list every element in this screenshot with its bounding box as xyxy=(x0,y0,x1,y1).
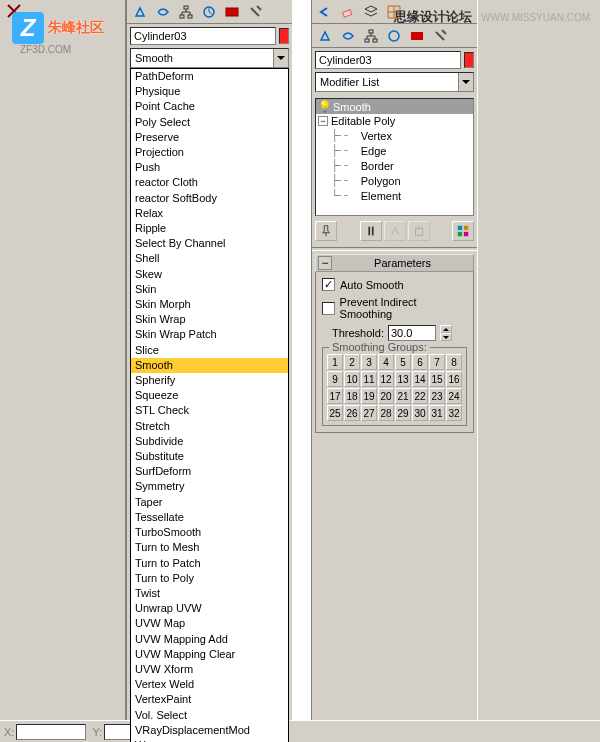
object-name-input-right[interactable] xyxy=(315,51,461,69)
modifier-option[interactable]: Skin xyxy=(131,282,288,297)
dropdown-arrow-icon[interactable] xyxy=(458,73,473,91)
modifier-option[interactable]: SurfDeform xyxy=(131,464,288,479)
modifier-option[interactable]: TurboSmooth xyxy=(131,525,288,540)
auto-smooth-checkbox[interactable]: ✓ xyxy=(322,278,335,291)
hierarchy-tab-icon[interactable] xyxy=(360,26,382,46)
create-tab-icon[interactable] xyxy=(314,26,336,46)
smoothing-group-button[interactable]: 18 xyxy=(344,388,360,404)
motion-tab-icon[interactable] xyxy=(198,2,220,22)
smoothing-group-button[interactable]: 23 xyxy=(429,388,445,404)
modifier-option[interactable]: Turn to Poly xyxy=(131,571,288,586)
modifier-option[interactable]: Skin Wrap Patch xyxy=(131,327,288,342)
smoothing-group-button[interactable]: 32 xyxy=(446,405,462,421)
modifier-option[interactable]: Wave xyxy=(131,738,288,742)
configure-sets-button[interactable] xyxy=(452,221,474,241)
modifier-option[interactable]: Skin Wrap xyxy=(131,312,288,327)
smoothing-group-button[interactable]: 27 xyxy=(361,405,377,421)
smoothing-group-button[interactable]: 10 xyxy=(344,371,360,387)
modifier-list-dropdown-right[interactable]: Modifier List xyxy=(315,72,474,92)
modifier-dropdown-list[interactable]: PathDeformPhysiquePoint CachePoly Select… xyxy=(130,68,289,742)
smoothing-group-button[interactable]: 19 xyxy=(361,388,377,404)
eraser-icon[interactable] xyxy=(337,2,359,22)
bulb-icon[interactable]: 💡 xyxy=(318,100,330,113)
modifier-option[interactable]: PathDeform xyxy=(131,69,288,84)
smoothing-group-button[interactable]: 20 xyxy=(378,388,394,404)
smoothing-group-button[interactable]: 11 xyxy=(361,371,377,387)
threshold-spin-down[interactable] xyxy=(440,333,452,341)
modifier-option[interactable]: Push xyxy=(131,160,288,175)
threshold-spin-up[interactable] xyxy=(440,325,452,333)
stack-item-smooth[interactable]: 💡 Smooth xyxy=(316,99,473,114)
modifier-option[interactable]: Skin Morph xyxy=(131,297,288,312)
modify-tab-icon[interactable] xyxy=(337,26,359,46)
smoothing-group-button[interactable]: 21 xyxy=(395,388,411,404)
smoothing-group-button[interactable]: 6 xyxy=(412,354,428,370)
modifier-option[interactable]: Poly Select xyxy=(131,115,288,130)
modifier-option[interactable]: Tessellate xyxy=(131,510,288,525)
stack-subobject[interactable]: ├╴╴ Vertex xyxy=(316,128,473,143)
smoothing-group-button[interactable]: 8 xyxy=(446,354,462,370)
modifier-option[interactable]: Unwrap UVW xyxy=(131,601,288,616)
smoothing-group-button[interactable]: 24 xyxy=(446,388,462,404)
modifier-option[interactable]: UVW Mapping Add xyxy=(131,632,288,647)
modifier-option[interactable]: Physique xyxy=(131,84,288,99)
threshold-input[interactable] xyxy=(388,325,436,341)
modifier-option[interactable]: reactor SoftBody xyxy=(131,191,288,206)
modifier-option[interactable]: Relax xyxy=(131,206,288,221)
smoothing-group-button[interactable]: 22 xyxy=(412,388,428,404)
smoothing-group-button[interactable]: 4 xyxy=(378,354,394,370)
smoothing-group-button[interactable]: 16 xyxy=(446,371,462,387)
modifier-option[interactable]: Preserve xyxy=(131,130,288,145)
motion-tab-icon[interactable] xyxy=(383,26,405,46)
modifier-list-dropdown-left[interactable]: Smooth PathDeformPhysiquePoint CachePoly… xyxy=(130,48,289,68)
stack-subobject[interactable]: ├╴╴ Edge xyxy=(316,143,473,158)
modifier-option[interactable]: VertexPaint xyxy=(131,692,288,707)
pin-stack-button[interactable] xyxy=(315,221,337,241)
create-tab-icon[interactable] xyxy=(129,2,151,22)
modifier-option[interactable]: UVW Mapping Clear xyxy=(131,647,288,662)
stack-subobject[interactable]: ├╴╴ Polygon xyxy=(316,173,473,188)
show-end-result-button[interactable] xyxy=(360,221,382,241)
smoothing-group-button[interactable]: 9 xyxy=(327,371,343,387)
smoothing-group-button[interactable]: 13 xyxy=(395,371,411,387)
modifier-option[interactable]: Point Cache xyxy=(131,99,288,114)
hierarchy-tab-icon[interactable] xyxy=(175,2,197,22)
coord-x-input[interactable] xyxy=(16,724,86,740)
display-tab-icon[interactable] xyxy=(406,26,428,46)
make-unique-button[interactable] xyxy=(384,221,406,241)
smoothing-group-button[interactable]: 7 xyxy=(429,354,445,370)
modifier-option[interactable]: UVW Xform xyxy=(131,662,288,677)
utilities-tab-icon[interactable] xyxy=(244,2,266,22)
collapse-icon[interactable]: − xyxy=(318,116,328,126)
undo-icon[interactable] xyxy=(314,2,336,22)
modifier-option[interactable]: Vol. Select xyxy=(131,708,288,723)
object-name-input-left[interactable] xyxy=(130,27,276,45)
modifier-option[interactable]: Taper xyxy=(131,495,288,510)
object-color-swatch-left[interactable] xyxy=(279,28,289,44)
smoothing-group-button[interactable]: 14 xyxy=(412,371,428,387)
smoothing-group-button[interactable]: 2 xyxy=(344,354,360,370)
modifier-option[interactable]: Slice xyxy=(131,343,288,358)
modifier-option[interactable]: Spherify xyxy=(131,373,288,388)
rollout-minus-icon[interactable]: − xyxy=(318,256,332,270)
remove-modifier-button[interactable] xyxy=(408,221,430,241)
modify-tab-icon[interactable] xyxy=(152,2,174,22)
stack-subobject[interactable]: ├╴╴ Border xyxy=(316,158,473,173)
layers-icon[interactable] xyxy=(360,2,382,22)
stack-subobject[interactable]: └╴╴ Element xyxy=(316,188,473,203)
smoothing-group-button[interactable]: 31 xyxy=(429,405,445,421)
modifier-option[interactable]: Stretch xyxy=(131,419,288,434)
modifier-option[interactable]: Symmetry xyxy=(131,479,288,494)
modifier-option[interactable]: Select By Channel xyxy=(131,236,288,251)
modifier-option[interactable]: VRayDisplacementMod xyxy=(131,723,288,738)
modifier-option[interactable]: STL Check xyxy=(131,403,288,418)
utilities-tab-icon[interactable] xyxy=(429,26,451,46)
modifier-option[interactable]: Skew xyxy=(131,267,288,282)
modifier-option[interactable]: Smooth xyxy=(131,358,288,373)
smoothing-group-button[interactable]: 5 xyxy=(395,354,411,370)
smoothing-group-button[interactable]: 12 xyxy=(378,371,394,387)
rollout-header[interactable]: − Parameters xyxy=(315,254,474,272)
object-color-swatch-right[interactable] xyxy=(464,52,474,68)
modifier-option[interactable]: Turn to Mesh xyxy=(131,540,288,555)
modifier-option[interactable]: Squeeze xyxy=(131,388,288,403)
